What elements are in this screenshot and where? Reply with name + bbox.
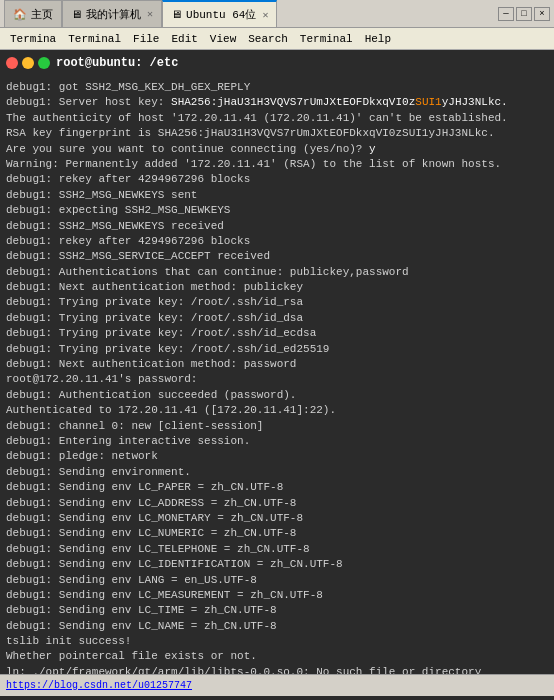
minimize-button[interactable]: —: [498, 7, 514, 21]
menu-bar: Termina Terminal File Edit View Search T…: [0, 28, 554, 50]
line-7: debug1: rekey after 4294967296 blocks: [6, 172, 548, 187]
line-17: debug1: Trying private key: /root/.ssh/i…: [6, 326, 548, 341]
line-18: debug1: Trying private key: /root/.ssh/i…: [6, 342, 548, 357]
line-25: debug1: pledge: network: [6, 449, 548, 464]
line-9: debug1: expecting SSH2_MSG_NEWKEYS: [6, 203, 548, 218]
maximize-dot[interactable]: [38, 57, 50, 69]
line-32: debug1: Sending env LC_IDENTIFICATION = …: [6, 557, 548, 572]
line-11: debug1: rekey after 4294967296 blocks: [6, 234, 548, 249]
close-dot[interactable]: [6, 57, 18, 69]
line-36: debug1: Sending env LC_NAME = zh_CN.UTF-…: [6, 619, 548, 634]
line-28: debug1: Sending env LC_ADDRESS = zh_CN.U…: [6, 496, 548, 511]
line-14: debug1: Next authentication method: publ…: [6, 280, 548, 295]
tab-close-ubuntu[interactable]: ✕: [262, 9, 268, 21]
line-23: debug1: channel 0: new [client-session]: [6, 419, 548, 434]
menu-terminal2[interactable]: Terminal: [294, 31, 359, 47]
line-26: debug1: Sending environment.: [6, 465, 548, 480]
menu-file[interactable]: File: [127, 31, 165, 47]
line-30: debug1: Sending env LC_NUMERIC = zh_CN.U…: [6, 526, 548, 541]
tab-home[interactable]: 🏠 主页: [4, 0, 62, 27]
line-29: debug1: Sending env LC_MONETARY = zh_CN.…: [6, 511, 548, 526]
line-4: RSA key fingerprint is SHA256:jHaU31H3VQ…: [6, 126, 548, 141]
line-10: debug1: SSH2_MSG_NEWKEYS received: [6, 219, 548, 234]
line-12: debug1: SSH2_MSG_SERVICE_ACCEPT received: [6, 249, 548, 264]
tab-close-mycomputer[interactable]: ✕: [147, 8, 153, 20]
menu-terminal[interactable]: Terminal: [62, 31, 127, 47]
path-display: root@ubuntu: /etc: [56, 56, 178, 70]
ubuntu-icon: 🖥: [171, 8, 182, 21]
menu-help[interactable]: Help: [359, 31, 397, 47]
tab-mycomputer[interactable]: 🖥 我的计算机 ✕: [62, 0, 162, 27]
traffic-lights: [6, 57, 50, 69]
line-35: debug1: Sending env LC_TIME = zh_CN.UTF-…: [6, 603, 548, 618]
line-1: debug1: got SSH2_MSG_KEX_DH_GEX_REPLY: [6, 80, 548, 95]
computer-icon: 🖥: [71, 8, 82, 21]
line-39: ln: ./opt/framework/qt/arm/lib/libts-0.0…: [6, 665, 548, 674]
line-24: debug1: Entering interactive session.: [6, 434, 548, 449]
line-34: debug1: Sending env LC_MEASUREMENT = zh_…: [6, 588, 548, 603]
line-13: debug1: Authentications that can continu…: [6, 265, 548, 280]
menu-termina[interactable]: Termina: [4, 31, 62, 47]
address-bar: root@ubuntu: /etc: [0, 50, 554, 76]
tab-ubuntu[interactable]: 🖥 Ubuntu 64位 ✕: [162, 0, 277, 27]
menu-search[interactable]: Search: [242, 31, 294, 47]
menu-edit[interactable]: Edit: [165, 31, 203, 47]
line-22: Authenticated to 172.20.11.41 ([172.20.1…: [6, 403, 548, 418]
home-icon: 🏠: [13, 8, 27, 21]
line-19: debug1: Next authentication method: pass…: [6, 357, 548, 372]
maximize-button[interactable]: □: [516, 7, 532, 21]
menu-view[interactable]: View: [204, 31, 242, 47]
line-20: root@172.20.11.41's password:: [6, 372, 548, 387]
line-16: debug1: Trying private key: /root/.ssh/i…: [6, 311, 548, 326]
window-controls: — □ ×: [498, 7, 554, 21]
line-8: debug1: SSH2_MSG_NEWKEYS sent: [6, 188, 548, 203]
status-bar: https://blog.csdn.net/u01257747: [0, 674, 554, 696]
line-33: debug1: Sending env LANG = en_US.UTF-8: [6, 573, 548, 588]
status-url[interactable]: https://blog.csdn.net/u01257747: [6, 680, 192, 691]
title-tabs: 🏠 主页 🖥 我的计算机 ✕ 🖥 Ubuntu 64位 ✕: [0, 0, 498, 27]
close-button[interactable]: ×: [534, 7, 550, 21]
line-27: debug1: Sending env LC_PAPER = zh_CN.UTF…: [6, 480, 548, 495]
minimize-dot[interactable]: [22, 57, 34, 69]
terminal-content[interactable]: debug1: got SSH2_MSG_KEX_DH_GEX_REPLY de…: [0, 76, 554, 674]
line-15: debug1: Trying private key: /root/.ssh/i…: [6, 295, 548, 310]
line-37: tslib init success!: [6, 634, 548, 649]
line-31: debug1: Sending env LC_TELEPHONE = zh_CN…: [6, 542, 548, 557]
line-2: debug1: Server host key: SHA256:jHaU31H3…: [6, 95, 548, 110]
line-6: Warning: Permanently added '172.20.11.41…: [6, 157, 548, 172]
line-3: The authenticity of host '172.20.11.41 (…: [6, 111, 548, 126]
line-38: Whether pointercal file exists or not.: [6, 649, 548, 664]
line-5: Are you sure you want to continue connec…: [6, 142, 548, 157]
title-bar: 🏠 主页 🖥 我的计算机 ✕ 🖥 Ubuntu 64位 ✕ — □ ×: [0, 0, 554, 28]
line-21: debug1: Authentication succeeded (passwo…: [6, 388, 548, 403]
